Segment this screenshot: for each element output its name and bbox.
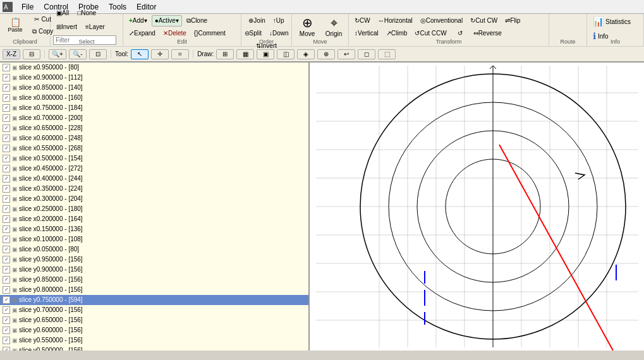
list-item[interactable]: ✓▣ slice x0.900000 - [112] [0,73,308,83]
list-item[interactable]: ✓▣ slice x0.250000 - [180] [0,204,308,214]
clone-button[interactable]: ⧉ Clone [183,15,210,27]
list-item[interactable]: ✓▣ slice x0.050000 - [80] [0,244,308,255]
list-item-checkbox[interactable]: ✓ [3,327,10,334]
list-item-checkbox[interactable]: ✓ [3,145,10,152]
list-item[interactable]: ✓▣ slice x0.300000 - [204] [0,194,308,204]
list-item[interactable]: ✓▣ slice x0.150000 - [136] [0,224,308,234]
comment-button[interactable]: {} Comment [191,28,229,39]
list-item-checkbox[interactable]: ✓ [3,175,10,183]
cut-cw-button[interactable]: ↻ Cut CW [467,15,501,27]
ccw-button[interactable]: ↺ CCW [451,28,469,39]
list-item[interactable]: ✓▣ slice x0.650000 - [228] [0,123,308,133]
draw-btn1[interactable]: ⊞ [216,49,234,59]
list-item[interactable]: ✓▣ slice y0.750000 - [594] [0,295,308,305]
fit-view-button[interactable]: ⊟ [23,49,40,59]
horizontal-button[interactable]: ↔ Horizontal [375,15,416,27]
list-item-checkbox[interactable]: ✓ [3,64,10,71]
list-item[interactable]: ✓▣ slice x0.550000 - [268] [0,143,308,153]
join-button[interactable]: ⊕ Join [245,15,268,27]
list-item[interactable]: ✓▣ slice y0.550000 - [156] [0,335,308,345]
expand-button[interactable]: ⤢ Expand [126,28,159,39]
list-item-checkbox[interactable]: ✓ [3,306,10,314]
zoom-out-button[interactable]: 🔍- [69,49,87,59]
list-item-checkbox[interactable]: ✓ [3,276,10,284]
draw-btn8[interactable]: ◻ [358,49,375,59]
list-item-checkbox[interactable]: ✓ [3,135,10,142]
list-item-checkbox[interactable]: ✓ [3,246,10,253]
none-button[interactable]: □ None [74,8,99,19]
select-tool-button[interactable]: ↖ [131,49,149,59]
list-item-checkbox[interactable]: ✓ [3,296,10,304]
down-button[interactable]: ↓ Down [266,28,292,39]
view-xz-button[interactable]: X-Z [3,49,20,59]
list-item-checkbox[interactable]: ✓ [3,195,10,203]
list-item[interactable]: ✓▣ slice y0.950000 - [156] [0,255,308,265]
split-button[interactable]: ⊖ Split [241,28,265,39]
statistics-button[interactable]: 📊 Statistics [590,15,634,28]
list-item-checkbox[interactable]: ✓ [3,337,10,344]
list-item[interactable]: ✓▣ slice x0.750000 - [184] [0,103,308,113]
list-item[interactable]: ✓▣ slice x0.200000 - [164] [0,214,308,224]
menu-tools[interactable]: Tools [104,1,131,13]
list-item-checkbox[interactable]: ✓ [3,236,10,243]
draw-btn6[interactable]: ⊕ [317,49,335,59]
list-item-checkbox[interactable]: ✓ [3,185,10,193]
up-button[interactable]: ↑ Up [270,15,288,27]
list-item[interactable]: ✓▣ slice x0.450000 - [272] [0,164,308,174]
cw-button[interactable]: ↻ CW [351,15,374,27]
draw-btn5[interactable]: ◈ [297,49,315,59]
move-tool-button[interactable]: ✛ [151,49,169,59]
right-panel[interactable] [310,63,644,351]
list-item-checkbox[interactable]: ✓ [3,347,10,351]
origin-button[interactable]: ⌖ Origin [321,13,346,40]
add-button[interactable]: + Add▾ [126,15,150,27]
list-item-checkbox[interactable]: ✓ [3,215,10,223]
list-item[interactable]: ✓▣ slice x0.500000 - [154] [0,153,308,164]
list-item[interactable]: ✓▣ slice x0.350000 - [224] [0,184,308,194]
list-item-checkbox[interactable]: ✓ [3,124,10,132]
list-item-checkbox[interactable]: ✓ [3,266,10,273]
draw-btn9[interactable]: ⬚ [378,49,396,59]
vertical-button[interactable]: ↕ Vertical [351,28,382,39]
list-item-checkbox[interactable]: ✓ [3,84,10,92]
climb-button[interactable]: ↗ Climb [383,28,411,39]
list-item-checkbox[interactable]: ✓ [3,94,10,102]
list-item[interactable]: ✓▣ slice x0.100000 - [108] [0,234,308,244]
list-item[interactable]: ✓▣ slice x0.400000 - [244] [0,174,308,184]
menu-editor[interactable]: Editor [131,1,161,13]
list-item[interactable]: ✓▣ slice y0.850000 - [156] [0,275,308,285]
layer-button[interactable]: ≡ Layer [82,21,108,33]
left-panel[interactable]: ✓▣ slice x0.950000 - [80]✓▣ slice x0.900… [0,63,310,351]
cut-ccw-button[interactable]: ↺ Cut CCW [411,28,449,39]
move-button[interactable]: ⊕ Move [295,13,320,40]
draw-btn2[interactable]: ▦ [236,49,254,59]
list-item[interactable]: ✓▣ slice y0.650000 - [156] [0,315,308,325]
flip-button[interactable]: ⇌ Flip [502,15,523,27]
paste-button[interactable]: 📋 Paste [3,16,28,35]
list-item-checkbox[interactable]: ✓ [3,74,10,81]
list-item[interactable]: ✓▣ slice x0.800000 - [160] [0,93,308,103]
list-item-checkbox[interactable]: ✓ [3,165,10,172]
zoom-in-button[interactable]: 🔍+ [49,49,66,59]
conventional-button[interactable]: ◎ Conventional [417,15,466,27]
zoom-fit-button[interactable]: ⊡ [89,49,107,59]
menu-file[interactable]: File [16,1,39,13]
list-item-checkbox[interactable]: ✓ [3,316,10,324]
list-item[interactable]: ✓▣ slice y0.600000 - [156] [0,325,308,335]
all-button[interactable]: ▣ All [53,8,72,19]
delete-button[interactable]: ✕ Delete [160,28,190,39]
list-item[interactable]: ✓▣ slice x0.600000 - [248] [0,133,308,143]
rotate-tool-button[interactable]: ⌗ [171,49,189,59]
list-item-checkbox[interactable]: ✓ [3,256,10,263]
list-item[interactable]: ✓▣ slice y0.700000 - [156] [0,305,308,315]
list-item-checkbox[interactable]: ✓ [3,205,10,213]
list-item-checkbox[interactable]: ✓ [3,104,10,112]
list-item[interactable]: ✓▣ slice x0.700000 - [200] [0,113,308,123]
reverse-button[interactable]: ⇔ Reverse [470,28,505,39]
list-item-checkbox[interactable]: ✓ [3,114,10,122]
list-item[interactable]: ✓▣ slice x0.850000 - [140] [0,83,308,93]
list-item-checkbox[interactable]: ✓ [3,286,10,294]
list-item-checkbox[interactable]: ✓ [3,225,10,233]
active-button[interactable]: ● Active▾ [152,15,182,27]
list-item-checkbox[interactable]: ✓ [3,155,10,162]
